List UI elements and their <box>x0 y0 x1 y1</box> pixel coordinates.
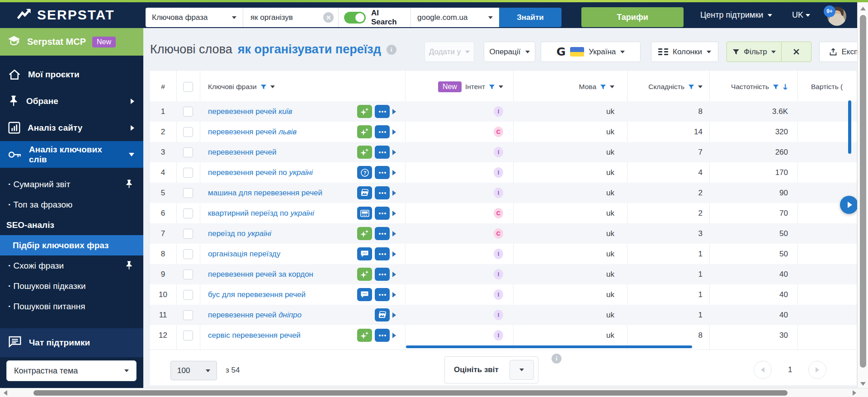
next-page-button[interactable] <box>808 361 826 379</box>
funnel-icon[interactable] <box>773 84 779 90</box>
clear-filter-button[interactable] <box>781 42 811 61</box>
sidebar-item[interactable]: Мої проєкти <box>0 61 143 88</box>
pricing-button[interactable]: Тарифи <box>581 7 684 27</box>
row-checkbox[interactable] <box>183 249 193 259</box>
expand-row-icon[interactable] <box>392 190 398 196</box>
columns-button[interactable]: Колонки <box>651 42 718 62</box>
col-difficulty[interactable]: Складність <box>627 71 709 101</box>
sidebar-subitem[interactable]: Пошукові підказки <box>0 276 143 296</box>
page-vertical-scrollbar[interactable] <box>857 2 868 388</box>
rate-report-select[interactable] <box>509 360 534 380</box>
info-icon[interactable]: i <box>552 354 561 364</box>
more-actions-icon[interactable] <box>375 146 390 159</box>
more-actions-icon[interactable] <box>375 268 390 281</box>
keyword-link[interactable]: перевезення речей за кордон <box>208 270 357 279</box>
funnel-icon[interactable] <box>688 84 694 90</box>
funnel-icon[interactable] <box>600 84 606 90</box>
keyword-link[interactable]: організація переїзду <box>208 250 357 259</box>
row-checkbox[interactable] <box>183 127 193 137</box>
expand-row-icon[interactable] <box>392 150 398 155</box>
more-actions-icon[interactable] <box>375 247 390 260</box>
find-button[interactable]: Знайти <box>499 8 561 27</box>
keyword-link[interactable]: перевезення речей <box>208 148 357 157</box>
ai-overview-icon[interactable] <box>357 227 372 240</box>
images-serp-icon[interactable] <box>375 308 390 321</box>
sidebar-item-serpstat-mcp[interactable]: Serpstat MCP New <box>0 28 143 56</box>
row-checkbox[interactable] <box>183 229 193 239</box>
region-select[interactable]: G Україна <box>541 42 641 62</box>
questions-serp-icon[interactable] <box>357 247 372 260</box>
expand-row-icon[interactable] <box>392 211 398 216</box>
table-horizontal-scrollbar[interactable] <box>406 345 692 348</box>
ai-overview-icon[interactable] <box>357 125 372 138</box>
col-volume[interactable]: Частотність <box>709 71 797 101</box>
page-horizontal-scrollbar[interactable] <box>0 388 868 397</box>
scroll-right-icon[interactable] <box>853 390 856 396</box>
pin-icon[interactable] <box>125 260 133 271</box>
keyword-link[interactable]: сервіс перевезення речей <box>208 331 357 340</box>
more-actions-icon[interactable] <box>375 227 390 240</box>
keyword-link[interactable]: перевезення речей львів <box>208 128 357 137</box>
export-button[interactable]: Експорт <box>819 42 857 62</box>
sidebar-subitem[interactable]: Підбір ключових фраз <box>0 235 143 255</box>
more-actions-icon[interactable] <box>375 186 390 199</box>
row-checkbox[interactable] <box>183 331 193 340</box>
col-intent[interactable]: New Інтент <box>405 71 513 101</box>
serpstat-logo[interactable]: SERPSTAT <box>17 7 115 23</box>
more-actions-icon[interactable] <box>375 329 390 342</box>
expand-row-icon[interactable] <box>392 272 398 277</box>
keyword-link[interactable]: перевезення речей по україні <box>208 168 357 177</box>
sidebar-item[interactable]: Аналіз сайту <box>0 114 143 141</box>
more-actions-icon[interactable] <box>375 125 390 138</box>
funnel-icon[interactable] <box>260 84 267 90</box>
keyword-link[interactable]: квартирний переїзд по україні <box>208 209 357 218</box>
sidebar-item-support-chat[interactable]: Чат підтримки <box>0 328 143 357</box>
more-actions-icon[interactable] <box>375 105 390 118</box>
ai-overview-icon[interactable] <box>357 146 372 159</box>
row-checkbox[interactable] <box>183 107 193 117</box>
images-serp-icon[interactable] <box>357 186 372 199</box>
select-all-checkbox[interactable] <box>183 82 193 92</box>
funnel-icon[interactable] <box>489 84 495 90</box>
expand-row-icon[interactable] <box>392 170 398 175</box>
pin-icon[interactable] <box>125 179 133 189</box>
ai-overview-icon[interactable] <box>357 105 372 118</box>
col-phrases[interactable]: Ключові фрази <box>200 71 405 101</box>
scroll-left-icon[interactable] <box>4 390 7 396</box>
prev-page-button[interactable] <box>754 361 772 379</box>
chevron-down-icon[interactable] <box>270 85 275 88</box>
user-menu[interactable]: 9+ <box>824 5 846 26</box>
col-lang[interactable]: Мова <box>513 71 627 101</box>
chevron-down-icon[interactable] <box>610 85 614 88</box>
horizontal-scroll-thumb[interactable] <box>33 390 788 396</box>
ai-overview-icon[interactable] <box>357 268 372 281</box>
search-type-select[interactable]: Ключова фраза <box>146 8 243 27</box>
operations-button[interactable]: Операції <box>484 42 535 62</box>
keyword-link[interactable]: машина для перевезення речей <box>208 189 357 198</box>
sidebar-subitem[interactable]: Топ за фразою <box>0 194 143 215</box>
scroll-up-icon[interactable] <box>860 7 866 10</box>
sidebar-item[interactable]: Обране <box>0 88 143 114</box>
chevron-down-icon[interactable] <box>499 85 503 88</box>
sidebar-subitem[interactable]: Сумарний звіт <box>0 174 143 194</box>
expand-row-icon[interactable] <box>392 231 398 236</box>
row-checkbox[interactable] <box>183 290 193 300</box>
question-serp-icon[interactable]: ? <box>357 166 372 179</box>
expand-panel-fab[interactable] <box>840 196 858 214</box>
theme-select[interactable]: Контрастна тема <box>6 360 137 381</box>
sort-desc-icon[interactable] <box>783 84 788 90</box>
info-icon[interactable]: i <box>387 45 396 55</box>
add-to-list-button[interactable]: Додати у <box>425 42 474 62</box>
row-checkbox[interactable] <box>183 168 193 178</box>
keyword-link[interactable]: переїзд по україні <box>208 229 357 238</box>
scroll-down-icon[interactable] <box>860 382 866 386</box>
expand-row-icon[interactable] <box>392 312 398 318</box>
row-checkbox[interactable] <box>183 147 193 157</box>
row-checkbox[interactable] <box>183 188 193 198</box>
questions-serp-icon[interactable] <box>357 288 372 301</box>
ai-overview-icon[interactable] <box>357 329 372 342</box>
expand-row-icon[interactable] <box>392 292 398 298</box>
sidebar-item[interactable]: Аналіз ключових слів <box>0 141 143 168</box>
sidebar-subitem[interactable]: Пошукові питання <box>0 296 143 317</box>
serp-features-icon[interactable] <box>357 207 372 220</box>
